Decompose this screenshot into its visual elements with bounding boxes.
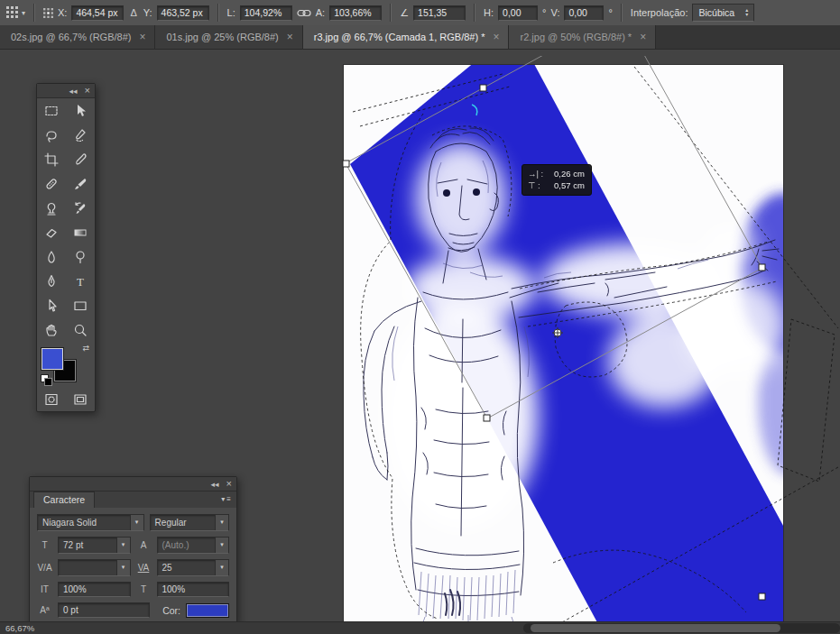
- transform-handle[interactable]: [759, 593, 765, 600]
- scrollbar-thumb[interactable]: [531, 624, 780, 632]
- screen-mode-tool[interactable]: [66, 387, 95, 411]
- rectangular-marquee-tool[interactable]: [37, 98, 66, 123]
- color-swatches: ⇄: [37, 342, 95, 387]
- clone-stamp-tool[interactable]: [37, 196, 66, 220]
- canvas-artwork[interactable]: [335, 56, 840, 634]
- font-size-icon: T: [37, 540, 52, 550]
- tool-preset-picker[interactable]: ▾: [6, 6, 25, 19]
- font-size-select[interactable]: 72 pt ▾: [58, 537, 131, 554]
- separator: [621, 4, 623, 22]
- chevron-down-icon[interactable]: ▾: [116, 560, 130, 575]
- close-icon[interactable]: ×: [139, 31, 145, 43]
- zoom-level[interactable]: 66,67%: [5, 623, 34, 633]
- transform-handle[interactable]: [480, 85, 486, 91]
- transform-handle[interactable]: [759, 264, 765, 271]
- character-panel-header: ◂◂ ×: [30, 477, 236, 492]
- link-dimensions-icon[interactable]: [297, 8, 311, 18]
- zoom-tool[interactable]: [66, 317, 95, 342]
- rectangle-tool[interactable]: [66, 293, 95, 317]
- reference-point-icon: [43, 8, 53, 18]
- transform-handle[interactable]: [484, 415, 490, 421]
- text-color-swatch[interactable]: [186, 603, 229, 618]
- document-tab-02s[interactable]: 02s.jpg @ 66,7% (RGB/8#) ×: [0, 25, 155, 49]
- rotation-angle-field[interactable]: 151,35: [413, 5, 466, 21]
- eye-left: [443, 189, 450, 197]
- lasso-tool[interactable]: [37, 123, 66, 147]
- document-tab-01s[interactable]: 01s.jpg @ 25% (RGB/8#) ×: [155, 25, 302, 49]
- horizontal-scale-field[interactable]: 100%: [157, 582, 230, 597]
- default-colors-icon[interactable]: [41, 374, 51, 385]
- baseline-shift-field[interactable]: 0 pt: [58, 602, 150, 618]
- v-skew-field[interactable]: 0,00: [564, 5, 604, 21]
- history-brush-tool[interactable]: [66, 196, 95, 220]
- width-scale-field[interactable]: 104,92%: [240, 5, 292, 21]
- brush-icon: [73, 177, 88, 191]
- tab-character[interactable]: Caractere: [33, 492, 95, 508]
- gradient-tool[interactable]: [66, 220, 95, 244]
- character-panel-tabbar: Caractere ▾≡: [30, 492, 236, 508]
- close-icon[interactable]: ×: [287, 31, 293, 43]
- close-panel-icon[interactable]: ×: [226, 479, 232, 489]
- move-tool[interactable]: [66, 98, 95, 123]
- blur-tool[interactable]: [37, 244, 66, 269]
- document-tab-bar: 02s.jpg @ 66,7% (RGB/8#) × 01s.jpg @ 25%…: [0, 25, 840, 50]
- width-label: L:: [227, 7, 235, 18]
- chevron-down-icon[interactable]: ▾: [215, 538, 228, 553]
- rotate-angle-icon: ∠: [400, 7, 409, 19]
- y-position-field[interactable]: 463,52 px: [157, 5, 209, 21]
- quick-mask-tool[interactable]: [37, 387, 66, 411]
- relative-position-toggle[interactable]: Δ: [128, 7, 138, 18]
- eraser-icon: [44, 225, 59, 240]
- crop-tool[interactable]: [37, 147, 66, 171]
- quick-selection-tool[interactable]: [66, 123, 95, 147]
- gradient-icon: [73, 225, 88, 240]
- tracking-select[interactable]: 25 ▾: [157, 559, 230, 576]
- type-tool[interactable]: T: [66, 269, 95, 293]
- degree-symbol: °: [608, 7, 612, 18]
- swap-colors-icon[interactable]: ⇄: [82, 344, 89, 353]
- bandage-icon: [44, 177, 59, 191]
- reference-point-locator[interactable]: [43, 8, 53, 18]
- font-style-select[interactable]: Regular ▾: [150, 514, 229, 531]
- healing-brush-tool[interactable]: [37, 171, 66, 196]
- dodge-tool[interactable]: [66, 244, 95, 269]
- leading-select[interactable]: (Auto.) ▾: [157, 537, 230, 554]
- eyedropper-icon: [73, 152, 88, 167]
- foreground-color-swatch[interactable]: [42, 348, 63, 370]
- height-scale-field[interactable]: 103,66%: [329, 5, 382, 21]
- document-tab-r2[interactable]: r2.jpg @ 50% (RGB/8#) * ×: [509, 25, 656, 49]
- chevron-down-icon[interactable]: ▾: [116, 538, 130, 553]
- x-position-field[interactable]: 464,54 px: [71, 5, 124, 21]
- brush-tool[interactable]: [66, 171, 95, 196]
- close-icon[interactable]: ×: [493, 31, 499, 43]
- eraser-tool[interactable]: [37, 220, 66, 244]
- tab-bar-filler: [656, 25, 840, 49]
- h-skew-field[interactable]: 0,00: [498, 5, 538, 21]
- eyedropper-tool[interactable]: [66, 147, 95, 171]
- horizontal-scrollbar[interactable]: [523, 623, 840, 633]
- close-icon[interactable]: ×: [640, 31, 646, 43]
- font-family-select[interactable]: Niagara Solid ▾: [37, 514, 144, 531]
- chevron-down-icon[interactable]: ▾: [130, 515, 143, 530]
- chevron-down-icon[interactable]: ▾: [215, 560, 228, 575]
- kerning-select[interactable]: ▾: [58, 559, 131, 576]
- eye-right: [473, 188, 480, 196]
- chevron-down-icon[interactable]: ▾: [215, 515, 228, 530]
- v-skew-label: V:: [550, 7, 559, 18]
- separator: [33, 4, 35, 22]
- separator: [217, 4, 219, 22]
- pen-tool[interactable]: [37, 269, 66, 293]
- interpolation-select[interactable]: Bicúbica ▴▾: [692, 4, 754, 22]
- tool-grid-bottom: [37, 387, 95, 411]
- document-tab-r3-active[interactable]: r3.jpg @ 66,7% (Camada 1, RGB/8#) * ×: [303, 25, 510, 49]
- stamp-icon: [44, 201, 59, 216]
- collapse-panel-icon[interactable]: ◂◂: [211, 480, 219, 489]
- water-drop-icon: [44, 250, 59, 264]
- path-selection-tool[interactable]: [37, 293, 66, 317]
- collapse-panel-icon[interactable]: ◂◂: [69, 87, 78, 96]
- vertical-scale-field[interactable]: 100%: [58, 582, 131, 597]
- close-panel-icon[interactable]: ×: [85, 86, 90, 96]
- hand-tool[interactable]: [37, 317, 66, 342]
- panel-menu-icon[interactable]: ▾≡: [221, 495, 231, 503]
- transform-handle[interactable]: [343, 161, 349, 167]
